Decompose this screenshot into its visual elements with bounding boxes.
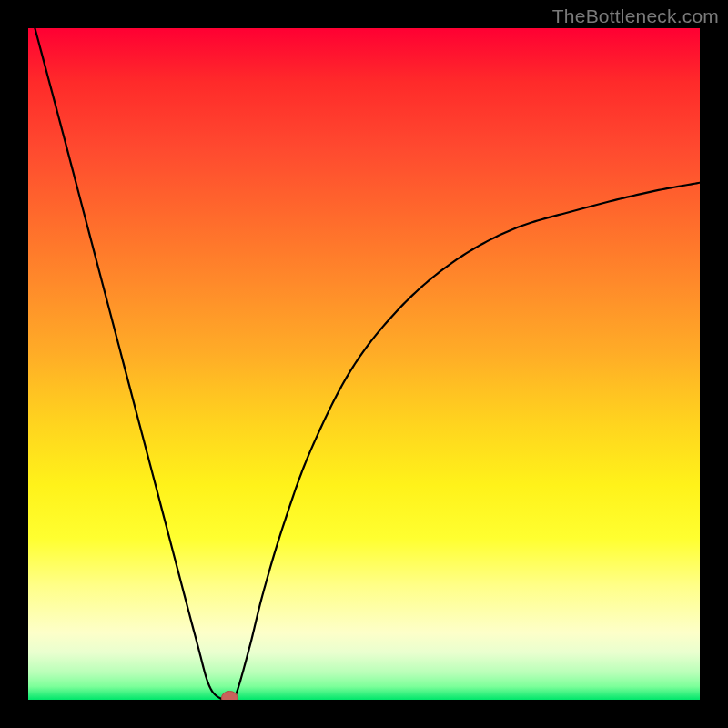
chart-frame: TheBottleneck.com [0, 0, 728, 728]
watermark-text: TheBottleneck.com [552, 5, 719, 27]
bottleneck-curve [28, 28, 700, 700]
plot-area [28, 28, 700, 700]
